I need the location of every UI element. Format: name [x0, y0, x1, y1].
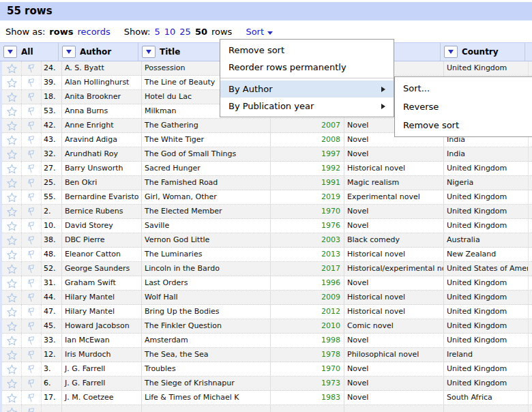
page-size-link-25[interactable]: 25: [179, 27, 191, 37]
star-cell[interactable]: [2, 176, 22, 190]
star-cell[interactable]: [2, 248, 22, 261]
genre-cell: Historical novel: [344, 291, 444, 304]
flag-cell[interactable]: [22, 119, 42, 132]
flag-cell[interactable]: [22, 219, 42, 233]
star-icon: [7, 63, 17, 74]
star-cell[interactable]: [2, 262, 22, 276]
star-cell[interactable]: [2, 219, 22, 233]
submenu-item-label: Sort...: [403, 83, 530, 93]
genre-cell: Philosophical novel: [344, 348, 444, 362]
row-number: 10.: [42, 219, 62, 233]
flag-cell[interactable]: [22, 334, 42, 347]
year-cell: 1970: [271, 362, 344, 376]
genre-cell: Historical novel: [344, 162, 444, 175]
menu-item-label: By Author: [228, 84, 374, 94]
flag-cell[interactable]: [22, 377, 42, 390]
flag-cell[interactable]: [22, 276, 42, 290]
submenu-item-remove-sort[interactable]: Remove sort: [395, 116, 532, 134]
menu-item-label: Remove sort: [228, 45, 385, 55]
flag-cell[interactable]: [22, 262, 42, 276]
year-cell: 1998: [271, 334, 344, 347]
submenu-item-sort-[interactable]: Sort...: [395, 79, 532, 98]
column-menu-button[interactable]: [3, 46, 17, 58]
country-cell: [444, 405, 529, 412]
flag-cell[interactable]: [22, 362, 42, 376]
star-cell[interactable]: [2, 90, 22, 104]
star-icon: [7, 192, 17, 203]
table-row: [2, 405, 532, 412]
year-cell: 1970: [271, 205, 344, 218]
flag-cell[interactable]: [22, 205, 42, 218]
flag-cell[interactable]: [22, 90, 42, 104]
genre-cell: Historical/experimental novel: [344, 262, 444, 276]
star-cell[interactable]: [2, 319, 22, 333]
star-cell[interactable]: [2, 377, 22, 390]
star-cell[interactable]: [2, 119, 22, 132]
year-cell: 2009: [271, 291, 344, 304]
flag-cell[interactable]: [22, 104, 42, 118]
column-menu-button[interactable]: [62, 46, 76, 58]
star-cell[interactable]: [2, 334, 22, 347]
year-cell: 1983: [271, 391, 344, 404]
column-menu-button[interactable]: [444, 46, 458, 58]
page-size-link-10[interactable]: 10: [164, 27, 176, 37]
year-cell: 1973: [271, 377, 344, 390]
star-cell[interactable]: [2, 162, 22, 175]
table-row: 55.Bernardine EvaristoGirl, Woman, Other…: [2, 190, 532, 205]
star-cell[interactable]: [2, 76, 22, 89]
star-cell[interactable]: [2, 205, 22, 218]
flag-cell[interactable]: [22, 162, 42, 175]
menu-item-by-author[interactable]: By Author: [220, 80, 394, 98]
mode-records-link[interactable]: records: [77, 27, 110, 37]
author-cell: Hilary Mantel: [62, 305, 142, 319]
star-cell[interactable]: [2, 276, 22, 290]
star-cell[interactable]: [2, 362, 22, 376]
mode-rows[interactable]: rows: [49, 27, 73, 37]
star-icon: [7, 149, 17, 160]
flag-cell[interactable]: [22, 319, 42, 333]
star-icon: [7, 164, 17, 174]
author-cell: Aravind Adiga: [62, 133, 142, 147]
star-cell[interactable]: [2, 233, 22, 247]
author-cell: Howard Jacobson: [62, 319, 142, 333]
menu-item-remove-sort[interactable]: Remove sort: [220, 42, 394, 59]
star-cell[interactable]: [2, 348, 22, 362]
column-header-author: Author: [59, 43, 138, 61]
flag-cell[interactable]: [22, 76, 42, 89]
chevron-down-icon: [66, 50, 72, 54]
star-cell[interactable]: [2, 305, 22, 319]
menu-item-by-publication-year[interactable]: By Publication year: [220, 98, 394, 115]
author-cell: George Saunders: [62, 262, 142, 276]
flag-cell[interactable]: [22, 133, 42, 147]
flag-cell[interactable]: [22, 176, 42, 190]
sort-menu-trigger[interactable]: Sort: [246, 27, 273, 37]
star-cell[interactable]: [2, 133, 22, 147]
flag-icon: [27, 278, 37, 289]
title-cell: The Finkler Question: [142, 319, 271, 333]
column-menu-button[interactable]: [142, 46, 156, 58]
flag-cell[interactable]: [22, 147, 42, 161]
row-number: 18.: [42, 90, 62, 104]
star-cell[interactable]: [2, 405, 22, 412]
star-cell[interactable]: [2, 61, 22, 75]
flag-cell[interactable]: [22, 391, 42, 404]
star-cell[interactable]: [2, 190, 22, 204]
author-cell: J. G. Farrell: [62, 377, 142, 390]
flag-cell[interactable]: [22, 248, 42, 261]
star-cell[interactable]: [2, 104, 22, 118]
flag-cell[interactable]: [22, 233, 42, 247]
star-cell[interactable]: [2, 147, 22, 161]
submenu-item-reverse[interactable]: Reverse: [395, 98, 532, 116]
flag-icon: [27, 92, 37, 102]
flag-icon: [27, 350, 37, 360]
star-cell[interactable]: [2, 391, 22, 404]
flag-cell[interactable]: [22, 405, 42, 412]
flag-cell[interactable]: [22, 190, 42, 204]
star-cell[interactable]: [2, 291, 22, 304]
menu-item-reorder-rows-permanently[interactable]: Reorder rows permanently: [220, 59, 394, 76]
flag-cell[interactable]: [22, 291, 42, 304]
page-size-link-5[interactable]: 5: [155, 27, 160, 37]
flag-cell[interactable]: [22, 305, 42, 319]
flag-cell[interactable]: [22, 348, 42, 362]
flag-cell[interactable]: [22, 61, 42, 75]
